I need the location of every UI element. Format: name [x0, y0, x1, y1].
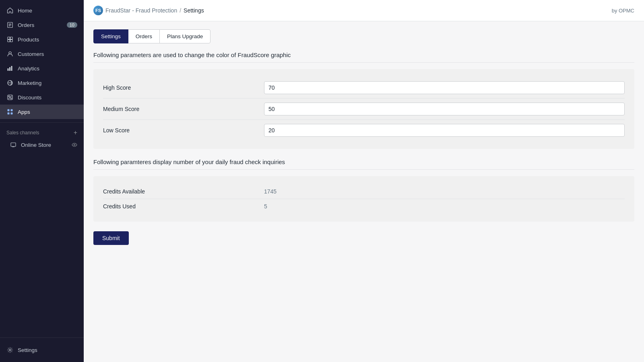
sidebar-item-marketing[interactable]: Marketing — [0, 76, 84, 90]
svg-rect-6 — [8, 40, 10, 42]
sidebar-item-customers[interactable]: Customers — [0, 47, 84, 61]
svg-rect-7 — [10, 40, 13, 42]
add-sales-channel-icon[interactable]: + — [74, 129, 77, 136]
discounts-icon — [6, 94, 14, 101]
breadcrumb-current: Settings — [184, 7, 204, 14]
apps-icon — [6, 108, 14, 115]
svg-rect-18 — [8, 113, 10, 115]
medium-score-row: Medium Score — [103, 99, 625, 120]
section2-heading: Following paramteres display number of y… — [93, 158, 634, 165]
sales-channels-label: Sales channels — [6, 130, 39, 136]
sidebar-item-online-store[interactable]: Online Store — [0, 138, 84, 152]
sidebar-item-analytics[interactable]: Analytics — [0, 61, 84, 76]
svg-rect-10 — [9, 67, 10, 71]
sidebar-item-settings-label: Settings — [18, 347, 37, 353]
sidebar-item-products[interactable]: Products — [0, 32, 84, 47]
sidebar-item-home[interactable]: Home — [0, 3, 84, 18]
sidebar-nav: Home Orders 10 — [0, 0, 84, 337]
app-icon: FS — [93, 6, 103, 15]
low-score-label: Low Score — [103, 127, 264, 134]
sidebar-item-analytics-label: Analytics — [18, 66, 39, 72]
sidebar-item-apps-label: Apps — [18, 109, 30, 115]
svg-point-23 — [74, 144, 75, 146]
analytics-icon — [6, 65, 14, 72]
credits-available-row: Credits Available 1745 — [103, 184, 625, 199]
online-store-visibility-icon[interactable] — [72, 142, 77, 148]
credits-available-label: Credits Available — [103, 188, 264, 195]
sidebar-item-marketing-label: Marketing — [18, 80, 41, 86]
products-icon — [6, 36, 14, 43]
svg-rect-16 — [8, 109, 10, 111]
high-score-label: High Score — [103, 84, 264, 91]
sidebar-item-customers-label: Customers — [18, 51, 44, 57]
orders-badge: 10 — [67, 22, 77, 28]
sidebar-item-products-label: Products — [18, 37, 39, 43]
sidebar-item-apps[interactable]: Apps — [0, 105, 84, 119]
tab-orders[interactable]: Orders — [128, 29, 160, 43]
customers-icon — [6, 50, 14, 58]
sidebar-item-discounts-label: Discounts — [18, 95, 41, 101]
sales-channels-section: Sales channels + — [0, 126, 84, 138]
high-score-input[interactable] — [264, 81, 625, 94]
by-label: by OPMC — [612, 8, 634, 14]
credits-available-value: 1745 — [264, 188, 625, 195]
tab-settings[interactable]: Settings — [93, 29, 128, 43]
sidebar-item-home-label: Home — [18, 8, 32, 14]
svg-rect-9 — [8, 68, 9, 71]
medium-score-input[interactable] — [264, 103, 625, 115]
svg-point-24 — [9, 349, 11, 351]
section1-card: High Score Medium Score Low Score — [93, 69, 634, 149]
orders-icon — [6, 21, 14, 29]
credits-used-label: Credits Used — [103, 203, 264, 210]
sidebar-item-orders-label: Orders — [18, 22, 34, 28]
high-score-row: High Score — [103, 77, 625, 99]
medium-score-label: Medium Score — [103, 106, 264, 112]
home-icon — [6, 7, 14, 14]
tabs-container: Settings Orders Plans Upgrade — [93, 29, 634, 43]
svg-point-13 — [8, 96, 10, 97]
low-score-input[interactable] — [264, 124, 625, 137]
breadcrumb: FS FraudStar - Fraud Protection / Settin… — [93, 6, 204, 15]
section2-divider — [93, 169, 634, 170]
credits-used-row: Credits Used 5 — [103, 199, 625, 214]
settings-icon — [6, 346, 14, 354]
online-store-icon — [10, 141, 17, 148]
sidebar: Home Orders 10 — [0, 0, 84, 362]
sidebar-item-orders[interactable]: Orders 10 — [0, 18, 84, 32]
section1-heading: Following parameters are used to change … — [93, 51, 634, 58]
content-area: Settings Orders Plans Upgrade Following … — [84, 21, 644, 362]
sidebar-item-discounts[interactable]: Discounts — [0, 90, 84, 105]
svg-rect-17 — [11, 109, 13, 111]
sidebar-divider — [0, 122, 84, 123]
svg-rect-5 — [10, 37, 13, 39]
sidebar-item-settings[interactable]: Settings — [0, 343, 84, 357]
submit-button[interactable]: Submit — [93, 231, 129, 245]
credits-used-value: 5 — [264, 203, 625, 210]
section1-divider — [93, 62, 634, 63]
svg-rect-19 — [11, 113, 13, 115]
svg-rect-11 — [11, 66, 12, 71]
marketing-icon — [6, 79, 14, 86]
online-store-label: Online Store — [21, 142, 51, 148]
section2-card: Credits Available 1745 Credits Used 5 — [93, 176, 634, 222]
breadcrumb-app-name: FraudStar - Fraud Protection — [105, 7, 177, 14]
svg-rect-20 — [11, 143, 16, 146]
sidebar-bottom: Settings — [0, 337, 84, 362]
breadcrumb-separator: / — [180, 7, 181, 14]
top-bar: FS FraudStar - Fraud Protection / Settin… — [84, 0, 644, 21]
svg-point-14 — [10, 98, 12, 99]
tab-plans-upgrade[interactable]: Plans Upgrade — [159, 29, 211, 43]
low-score-row: Low Score — [103, 120, 625, 141]
main-content: FS FraudStar - Fraud Protection / Settin… — [84, 0, 644, 362]
svg-rect-4 — [8, 37, 10, 39]
